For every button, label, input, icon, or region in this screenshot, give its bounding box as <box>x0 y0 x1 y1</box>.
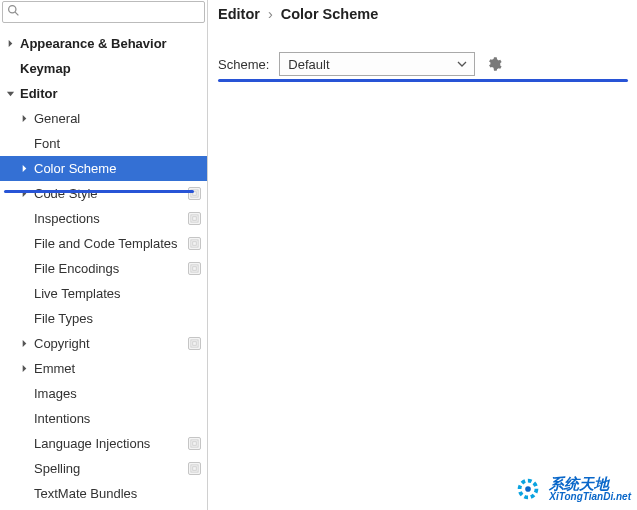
chevron-right-icon[interactable] <box>18 113 30 125</box>
sidebar-item-intentions[interactable]: Intentions <box>0 406 207 431</box>
scheme-dropdown[interactable]: Default <box>279 52 475 76</box>
sidebar-item-file-encodings[interactable]: File Encodings <box>0 256 207 281</box>
sidebar-item-label: General <box>30 111 80 126</box>
svg-rect-4 <box>191 215 198 222</box>
sidebar-item-language-injections[interactable]: Language Injections <box>0 431 207 456</box>
svg-rect-9 <box>193 267 197 271</box>
sidebar-item-font[interactable]: Font <box>0 131 207 156</box>
sidebar-item-label: Live Templates <box>30 286 120 301</box>
sidebar-item-spelling[interactable]: Spelling <box>0 456 207 481</box>
sidebar-item-label: Spelling <box>30 461 80 476</box>
sidebar-item-emmet[interactable]: Emmet <box>0 356 207 381</box>
search-icon <box>3 4 24 20</box>
sidebar-item-keymap[interactable]: Keymap <box>0 56 207 81</box>
chevron-right-icon[interactable] <box>18 338 30 350</box>
sidebar-item-copyright[interactable]: Copyright <box>0 331 207 356</box>
svg-rect-12 <box>191 440 198 447</box>
settings-sidebar: Appearance & BehaviorKeymapEditorGeneral… <box>0 0 208 510</box>
svg-rect-7 <box>193 242 197 246</box>
sidebar-item-code-style[interactable]: Code Style <box>0 181 207 206</box>
project-scope-icon <box>188 187 201 200</box>
svg-rect-5 <box>193 217 197 221</box>
svg-rect-13 <box>193 442 197 446</box>
sidebar-item-label: Font <box>30 136 60 151</box>
svg-rect-6 <box>191 240 198 247</box>
breadcrumb-parent: Editor <box>218 6 260 22</box>
sidebar-item-editor[interactable]: Editor <box>0 81 207 106</box>
svg-line-1 <box>15 12 18 15</box>
sidebar-item-color-scheme[interactable]: Color Scheme <box>0 156 207 181</box>
sidebar-item-label: File Types <box>30 311 93 326</box>
watermark-title: 系统天地 <box>549 476 631 492</box>
sidebar-item-appearance-behavior[interactable]: Appearance & Behavior <box>0 31 207 56</box>
svg-rect-11 <box>193 342 197 346</box>
sidebar-item-label: Images <box>30 386 77 401</box>
gear-icon[interactable] <box>485 55 503 73</box>
sidebar-item-live-templates[interactable]: Live Templates <box>0 281 207 306</box>
sidebar-item-label: File and Code Templates <box>30 236 178 251</box>
search-bar <box>2 1 205 23</box>
sidebar-item-file-and-code-templates[interactable]: File and Code Templates <box>0 231 207 256</box>
sidebar-item-label: Appearance & Behavior <box>16 36 167 51</box>
svg-point-17 <box>526 486 532 492</box>
sidebar-item-images[interactable]: Images <box>0 381 207 406</box>
sidebar-item-label: Inspections <box>30 211 100 226</box>
scheme-dropdown-value: Default <box>288 57 329 72</box>
chevron-right-icon[interactable] <box>18 163 30 175</box>
sidebar-item-label: Intentions <box>30 411 90 426</box>
breadcrumb-current: Color Scheme <box>281 6 379 22</box>
breadcrumb: Editor › Color Scheme <box>218 2 637 26</box>
svg-rect-14 <box>191 465 198 472</box>
svg-rect-8 <box>191 265 198 272</box>
watermark: 系统天地 XiTongTianDi.net <box>513 474 631 504</box>
sidebar-item-label: Emmet <box>30 361 75 376</box>
svg-rect-10 <box>191 340 198 347</box>
sidebar-item-general[interactable]: General <box>0 106 207 131</box>
search-wrap <box>0 0 207 27</box>
sidebar-item-textmate-bundles[interactable]: TextMate Bundles <box>0 481 207 506</box>
project-scope-icon <box>188 237 201 250</box>
sidebar-item-label: Code Style <box>30 186 98 201</box>
annotation-underline-main <box>218 79 628 82</box>
sidebar-item-label: Copyright <box>30 336 90 351</box>
chevron-right-icon[interactable] <box>4 38 16 50</box>
scheme-row: Scheme: Default <box>218 52 637 76</box>
sidebar-item-file-types[interactable]: File Types <box>0 306 207 331</box>
sidebar-item-label: Editor <box>16 86 58 101</box>
sidebar-item-label: Keymap <box>16 61 71 76</box>
project-scope-icon <box>188 337 201 350</box>
logo-icon <box>513 474 543 504</box>
main-panel: Editor › Color Scheme Scheme: Default <box>208 0 637 510</box>
chevron-right-icon[interactable] <box>18 363 30 375</box>
search-input[interactable] <box>24 3 204 21</box>
settings-tree: Appearance & BehaviorKeymapEditorGeneral… <box>0 27 207 510</box>
project-scope-icon <box>188 262 201 275</box>
chevron-down-icon <box>454 53 470 75</box>
annotation-underline-tree <box>4 190 194 193</box>
breadcrumb-separator: › <box>268 6 273 22</box>
scheme-label: Scheme: <box>218 57 269 72</box>
project-scope-icon <box>188 462 201 475</box>
sidebar-item-inspections[interactable]: Inspections <box>0 206 207 231</box>
watermark-url: XiTongTianDi.net <box>549 492 631 503</box>
project-scope-icon <box>188 212 201 225</box>
project-scope-icon <box>188 437 201 450</box>
sidebar-item-label: Color Scheme <box>30 161 116 176</box>
sidebar-item-label: TextMate Bundles <box>30 486 137 501</box>
svg-point-0 <box>9 6 16 13</box>
chevron-down-icon[interactable] <box>4 88 16 100</box>
svg-rect-15 <box>193 467 197 471</box>
sidebar-item-label: File Encodings <box>30 261 119 276</box>
sidebar-item-label: Language Injections <box>30 436 150 451</box>
